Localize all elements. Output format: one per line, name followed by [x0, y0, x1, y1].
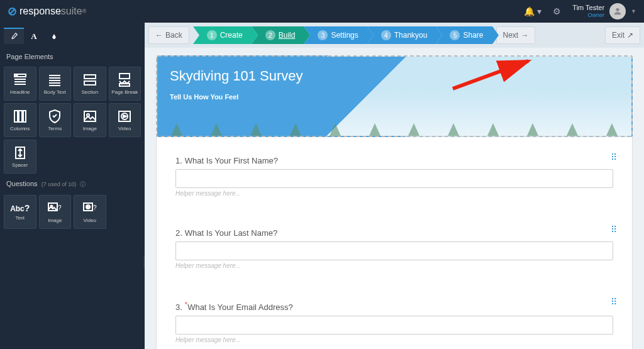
element-section[interactable]: Section [74, 67, 106, 101]
builder-canvas: ←Back 1Create 2Build 3Settings 4Thankyou… [145, 23, 644, 349]
element-video[interactable]: Video [109, 103, 142, 137]
helper-text: Helper message here... [175, 190, 613, 197]
answer-input-3[interactable] [175, 316, 613, 335]
next-button[interactable]: Next→ [496, 26, 536, 44]
step-num: 4 [381, 30, 391, 40]
question-text-label: What Is Your Last Name? [185, 228, 277, 238]
drag-handle-icon[interactable]: ⠿ [611, 297, 616, 307]
element-page-break[interactable]: Page Break [109, 67, 142, 101]
bell-icon[interactable]: 🔔 ▾ [524, 6, 541, 16]
user-menu[interactable]: Tim Tester Owner ▼ [572, 3, 636, 19]
tab-elements[interactable] [4, 28, 24, 44]
drag-handle-icon[interactable]: ⠿ [611, 152, 616, 162]
step-label: Settings [331, 31, 358, 40]
exit-button[interactable]: Exit↗ [605, 26, 640, 44]
brand-name-2: suite [61, 6, 82, 17]
svg-text:?: ? [58, 204, 62, 211]
svg-rect-12 [84, 81, 96, 85]
question-block-2[interactable]: ⠿ 2.What Is Your Last Name? Helper messa… [175, 228, 613, 269]
brand-logo: ⊘ responsesuite® [8, 4, 86, 18]
svg-rect-15 [14, 111, 18, 122]
svg-rect-17 [23, 111, 26, 122]
survey-form-card: ⠿ 1.What Is Your First Name? Helper mess… [156, 137, 633, 349]
element-spacer[interactable]: Spacer [4, 140, 36, 174]
back-button[interactable]: ←Back [148, 26, 189, 44]
helper-text: Helper message here... [175, 262, 613, 269]
question-text-label: What Is Your First Name? [185, 156, 278, 165]
section-title-elements: Page Elements [0, 49, 145, 64]
element-terms[interactable]: Terms [39, 103, 72, 137]
registered-mark: ® [82, 8, 87, 14]
element-label: Body Text [44, 89, 66, 95]
step-num: 2 [265, 30, 275, 40]
wizard-steps-bar: ←Back 1Create 2Build 3Settings 4Thankyou… [145, 23, 644, 48]
back-label: Back [165, 31, 182, 40]
question-text[interactable]: Abc? Text [4, 195, 36, 229]
gear-icon[interactable]: ⚙ [553, 6, 561, 16]
step-label: Build [279, 31, 296, 40]
question-label: Text [15, 215, 25, 221]
tab-style[interactable] [44, 28, 64, 44]
exit-icon: ↗ [627, 31, 633, 40]
element-image[interactable]: Image [74, 103, 106, 137]
tab-text[interactable]: A [24, 28, 44, 44]
survey-header-block[interactable]: Skydiving 101 Survey Tell Us How You Fee… [156, 55, 633, 137]
step-label: Create [220, 31, 243, 40]
question-block-3[interactable]: ⠿ 3.*What Is Your Email Address? Helper … [175, 301, 613, 343]
svg-rect-18 [84, 111, 96, 121]
element-label: Page Break [111, 89, 138, 95]
element-label: Spacer [12, 162, 28, 168]
element-label: Image [83, 126, 97, 131]
brand-name-1: response [19, 6, 61, 17]
info-icon[interactable]: ⓘ [78, 181, 86, 187]
svg-rect-11 [84, 75, 96, 79]
step-build[interactable]: 2Build [252, 26, 304, 44]
questions-heading: Questions [6, 180, 38, 187]
question-number: 3. [175, 302, 182, 312]
step-label: Share [463, 31, 483, 40]
answer-input-1[interactable] [175, 169, 613, 188]
step-num: 3 [318, 30, 328, 40]
svg-rect-14 [119, 84, 130, 86]
svg-text:H: H [16, 74, 18, 77]
question-image[interactable]: ? Image [39, 195, 72, 229]
question-block-1[interactable]: ⠿ 1.What Is Your First Name? Helper mess… [175, 156, 613, 197]
chevron-down-icon: ▼ [631, 8, 636, 14]
survey-subtitle: Tell Us How You Feel [170, 93, 619, 101]
builder-sidebar: A Page Elements H Headline Body Text Sec… [0, 23, 145, 349]
exit-label: Exit [612, 31, 625, 40]
element-label: Section [81, 89, 98, 95]
element-body-text[interactable]: Body Text [39, 67, 72, 101]
step-share[interactable]: 5Share [436, 26, 492, 44]
question-video[interactable]: ? Video [74, 195, 106, 229]
element-headline[interactable]: H Headline [4, 67, 36, 101]
drag-handle-icon[interactable]: ⠿ [611, 224, 616, 235]
question-label: Image [48, 218, 62, 223]
element-columns[interactable]: Columns [4, 103, 36, 137]
step-settings[interactable]: 3Settings [304, 26, 367, 44]
answer-input-2[interactable] [175, 241, 613, 260]
svg-rect-13 [119, 74, 130, 79]
element-label: Headline [10, 89, 30, 95]
arrow-right-icon: → [521, 31, 528, 40]
helper-text: Helper message here... [175, 336, 613, 343]
element-label: Columns [10, 126, 30, 131]
logo-icon: ⊘ [8, 4, 17, 18]
step-thankyou[interactable]: 4Thankyou [367, 26, 436, 44]
arrow-left-icon: ← [155, 31, 163, 40]
step-num: 5 [450, 30, 460, 40]
question-counter: (7 used of 10) [42, 181, 77, 187]
step-label: Thankyou [394, 31, 428, 40]
question-text-label: What Is Your Email Address? [187, 302, 293, 312]
question-number: 1. [175, 156, 182, 165]
survey-title: Skydiving 101 Survey [170, 68, 619, 84]
question-label: Video [84, 218, 96, 223]
user-role: Owner [572, 12, 604, 19]
decorative-trees [157, 123, 631, 137]
svg-rect-16 [19, 111, 22, 122]
step-create[interactable]: 1Create [193, 26, 252, 44]
element-label: Terms [48, 126, 62, 131]
user-name: Tim Tester [572, 4, 604, 12]
svg-point-0 [616, 8, 619, 11]
step-num: 1 [207, 30, 217, 40]
